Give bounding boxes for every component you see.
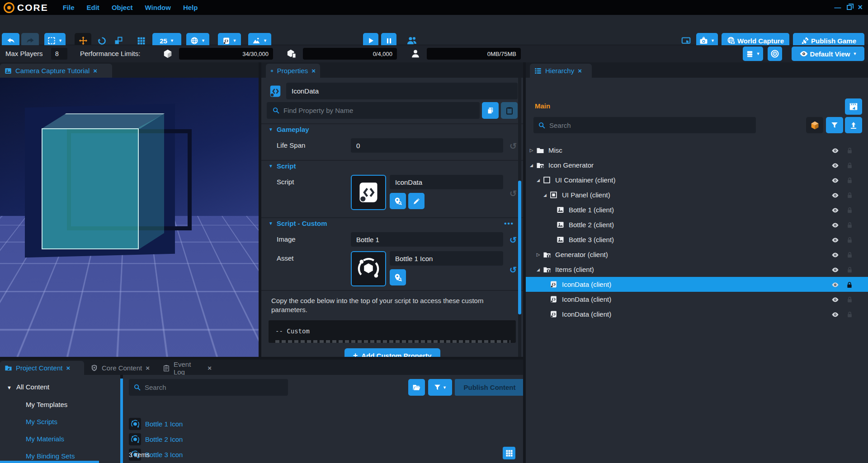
export-button[interactable] <box>845 117 862 133</box>
lock-icon[interactable] <box>846 280 853 288</box>
reset-icon[interactable]: ↺ <box>509 265 517 275</box>
menu-object[interactable]: Object <box>112 4 133 11</box>
find-asset-button[interactable] <box>390 193 406 209</box>
visibility-eye-icon[interactable] <box>831 235 839 244</box>
sidebar-scroll-edge[interactable] <box>0 461 99 463</box>
tree-row[interactable]: Bottle 2 (client) <box>526 217 868 232</box>
tab-close-icon[interactable]: × <box>66 364 70 372</box>
grid-view-button[interactable] <box>503 447 515 459</box>
add-custom-property-button[interactable]: + Add Custom Property <box>344 348 440 357</box>
section-menu-icon[interactable]: ••• <box>504 220 514 227</box>
lock-icon[interactable] <box>846 266 853 274</box>
lock-icon[interactable] <box>846 310 853 318</box>
hierarchy-search-input[interactable]: Search <box>533 117 756 133</box>
scene-root-label[interactable]: Main <box>535 102 550 110</box>
sidebar-item-all-content[interactable]: ▼All Content <box>7 383 49 391</box>
find-asset-button[interactable] <box>390 269 406 285</box>
visibility-eye-icon[interactable] <box>831 146 839 154</box>
lock-icon[interactable] <box>846 236 853 244</box>
import-folder-button[interactable] <box>408 379 425 396</box>
default-view-dropdown[interactable]: Default View▼ <box>792 47 864 61</box>
tree-row[interactable]: ◢ UI Panel (client) <box>526 187 868 202</box>
tree-row[interactable]: ▷ Generator (client) <box>526 247 868 262</box>
visibility-eye-icon[interactable] <box>831 161 839 169</box>
reset-icon[interactable]: ↺ <box>509 141 517 151</box>
tree-row[interactable]: IconData (client) <box>526 307 868 322</box>
content-search-input[interactable]: Search <box>129 379 288 396</box>
menu-help[interactable]: Help <box>183 4 198 11</box>
lock-icon[interactable] <box>846 221 853 229</box>
script-asset-tile[interactable] <box>351 175 386 210</box>
caret-expanded-icon[interactable]: ◢ <box>528 163 535 168</box>
section-script[interactable]: ▼ Script <box>261 160 523 171</box>
3d-viewport[interactable] <box>0 78 259 357</box>
lock-icon[interactable] <box>846 146 853 154</box>
visibility-eye-icon[interactable] <box>831 265 839 274</box>
tree-row[interactable]: ▷ Misc <box>526 143 868 158</box>
lock-icon[interactable] <box>846 161 853 169</box>
tree-row[interactable]: ◢ Icon Generator <box>526 158 868 173</box>
visibility-eye-icon[interactable] <box>831 220 839 229</box>
tree-row[interactable]: IconData (client) <box>526 292 868 307</box>
tree-row[interactable]: ◢ Items (client) <box>526 262 868 277</box>
lock-icon[interactable] <box>846 295 853 304</box>
sidebar-item-my-materials[interactable]: My Materials <box>26 435 64 443</box>
asset-name-field[interactable]: Bottle 1 Icon <box>390 251 503 266</box>
find-property-input[interactable]: Find Property by Name <box>267 102 480 119</box>
visibility-eye-icon[interactable] <box>831 295 839 304</box>
asset-tile[interactable] <box>351 251 386 286</box>
publish-content-button[interactable]: Publish Content <box>455 379 524 396</box>
sidebar-item-my-scripts[interactable]: My Scripts <box>26 418 57 426</box>
lock-icon[interactable] <box>846 206 853 214</box>
image-field[interactable]: Bottle 1 <box>351 232 503 247</box>
object-name-field[interactable]: IconData <box>286 83 518 99</box>
tab-camera-capture-tutorial[interactable]: Camera Capture Tutorial × <box>0 64 112 78</box>
asset-row[interactable]: Bottle 1 Icon <box>129 418 183 430</box>
visibility-eye-icon[interactable] <box>831 310 839 318</box>
tab-event-log[interactable]: Event Log × <box>158 361 216 375</box>
menu-window[interactable]: Window <box>145 4 171 11</box>
tree-row[interactable]: Bottle 3 (client) <box>526 232 868 247</box>
menu-file[interactable]: File <box>63 4 75 11</box>
tab-close-icon[interactable]: × <box>208 364 212 372</box>
reset-icon[interactable]: ↺ <box>509 188 517 199</box>
sidebar-item-my-templates[interactable]: My Templates <box>26 401 67 408</box>
properties-tab-close-icon[interactable]: × <box>311 67 316 75</box>
lock-icon[interactable] <box>846 176 853 184</box>
tab-project-content[interactable]: Project Content × <box>0 361 84 375</box>
visibility-eye-icon[interactable] <box>831 250 839 259</box>
reset-icon[interactable]: ↺ <box>509 235 517 245</box>
script-name-field[interactable]: IconData <box>390 175 503 189</box>
tab-close-icon[interactable]: × <box>146 364 150 372</box>
edit-script-button[interactable] <box>408 193 425 209</box>
life-span-field[interactable]: 0 <box>351 138 503 153</box>
code-snippet-box[interactable]: -- Custom <box>269 320 516 343</box>
visibility-eye-icon[interactable] <box>831 191 839 199</box>
section-gameplay[interactable]: ▼ Gameplay <box>261 123 523 135</box>
minimize-button[interactable]: — <box>834 4 841 11</box>
visibility-eye-icon[interactable] <box>831 206 839 214</box>
tab-hierarchy[interactable]: Hierarchy × <box>530 64 592 78</box>
max-players-value[interactable]: 8 <box>51 48 67 60</box>
caret-collapsed-icon[interactable]: ▷ <box>535 252 542 257</box>
help-target-button[interactable] <box>768 47 782 61</box>
tab-core-content[interactable]: Core Content × <box>86 361 155 375</box>
restore-button[interactable] <box>847 5 852 10</box>
menu-edit[interactable]: Edit <box>87 4 99 11</box>
filter-button[interactable] <box>826 117 843 133</box>
sidebar-item-my-binding-sets[interactable]: My Binding Sets <box>26 452 75 460</box>
properties-scrollbar[interactable] <box>518 78 521 357</box>
viewport-tab-close-icon[interactable]: × <box>93 67 97 75</box>
tree-row[interactable]: ◢ UI Container (client) <box>526 173 868 187</box>
caret-expanded-icon[interactable]: ◢ <box>535 178 542 182</box>
hierarchy-tab-close-icon[interactable]: × <box>578 67 582 75</box>
section-script-custom[interactable]: ▼ Script - Custom ••• <box>261 217 523 229</box>
scene-capture-button[interactable] <box>845 98 862 115</box>
visibility-eye-icon[interactable] <box>831 176 839 184</box>
lock-icon[interactable] <box>846 191 853 199</box>
save-dropdown[interactable]: ▼ <box>743 47 763 61</box>
caret-collapsed-icon[interactable]: ▷ <box>528 148 535 153</box>
scrollbar-thumb[interactable] <box>518 181 521 314</box>
caret-expanded-icon[interactable]: ◢ <box>542 193 548 197</box>
asset-row[interactable]: Bottle 2 Icon <box>129 433 183 445</box>
